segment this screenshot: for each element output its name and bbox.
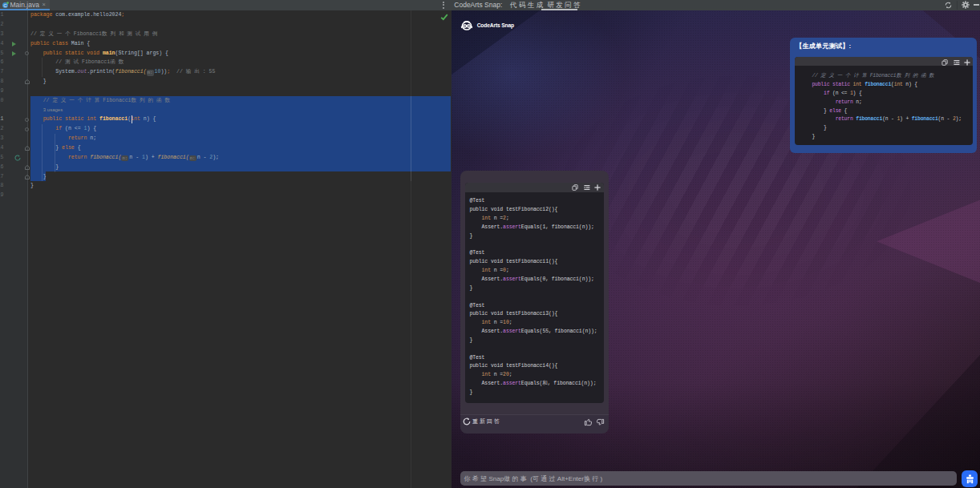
svg-text:C: C	[3, 3, 7, 8]
